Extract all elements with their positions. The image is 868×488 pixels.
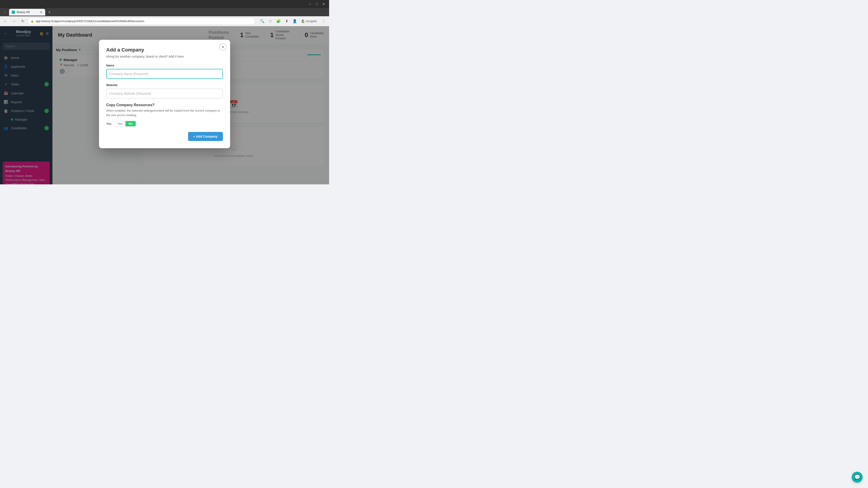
copy-resources-desc: When enabled, the selected settings/cont… <box>106 108 223 117</box>
toolbar-icons: 🔍 ☆ 🧩 ⬇ 👤 <box>258 18 298 25</box>
search-toolbar-button[interactable]: 🔍 <box>258 18 266 25</box>
copy-resources-title: Copy Company Resources? <box>106 103 223 107</box>
company-website-input[interactable] <box>106 89 223 98</box>
download-button[interactable]: ⬇ <box>283 18 290 25</box>
yes-no-toggle[interactable]: Yes No <box>114 121 136 127</box>
menu-button[interactable]: ⋮ <box>320 18 327 25</box>
profile-button[interactable]: 👤 <box>291 18 298 25</box>
incognito-badge: 🕵 Incognito <box>300 19 319 24</box>
incognito-icon: 🕵 <box>302 20 305 23</box>
title-bar: ─ □ ✕ <box>0 0 329 8</box>
website-label: Website <box>106 84 223 87</box>
modal-overlay: ✕ Add a Company Hiring for another compa… <box>0 26 329 184</box>
copy-resources-section: Copy Company Resources? When enabled, th… <box>106 103 223 117</box>
toggle-no-option[interactable]: No <box>125 121 135 126</box>
close-button[interactable]: ✕ <box>321 1 327 7</box>
url-text: app.breezy.hr/app/c/moodjoy/p/59357218dc… <box>36 20 144 23</box>
active-tab[interactable]: Breezy HR ✕ <box>9 9 45 15</box>
toggle-row: Yes Yes No <box>106 121 223 127</box>
extensions-button[interactable]: 🧩 <box>275 18 282 25</box>
address-bar[interactable]: 🔒 app.breezy.hr/app/c/moodjoy/p/59357218… <box>28 18 255 25</box>
tab-favicon <box>12 11 15 14</box>
reload-button[interactable]: ↻ <box>19 18 26 25</box>
forward-navigation-button[interactable]: → <box>10 18 18 25</box>
modal-subtitle: Hiring for another company, brand or cli… <box>106 55 223 58</box>
modal-title: Add a Company <box>106 47 223 53</box>
minimize-button[interactable]: ─ <box>307 1 313 7</box>
tab-back-button[interactable]: ‹ <box>2 9 8 15</box>
lock-icon: 🔒 <box>31 20 34 23</box>
browser-toolbar: ← → ↻ 🔒 app.breezy.hr/app/c/moodjoy/p/59… <box>0 16 329 26</box>
tab-close-button[interactable]: ✕ <box>40 10 42 14</box>
back-navigation-button[interactable]: ← <box>2 18 9 25</box>
toggle-yes-option[interactable]: Yes <box>114 121 125 126</box>
app-layout: ← Moodjoy Lauren Deli 🔔 ⚙ 🏠 Home 👤 Appli… <box>0 26 329 184</box>
toggle-yes-label: Yes <box>106 122 112 126</box>
incognito-label: Incognito <box>306 20 317 23</box>
company-name-input[interactable] <box>106 69 223 79</box>
modal-footer: + Add Company <box>106 132 223 141</box>
tab-bar: ‹ Breezy HR ✕ + <box>0 8 329 16</box>
new-tab-button[interactable]: + <box>46 9 53 15</box>
modal-close-button[interactable]: ✕ <box>219 43 226 51</box>
tab-title: Breezy HR <box>17 11 30 14</box>
add-company-button[interactable]: + Add Company <box>188 132 223 141</box>
add-company-modal: ✕ Add a Company Hiring for another compa… <box>99 40 230 148</box>
maximize-button[interactable]: □ <box>314 1 320 7</box>
name-label: Name <box>106 64 223 67</box>
bookmark-button[interactable]: ☆ <box>267 18 274 25</box>
